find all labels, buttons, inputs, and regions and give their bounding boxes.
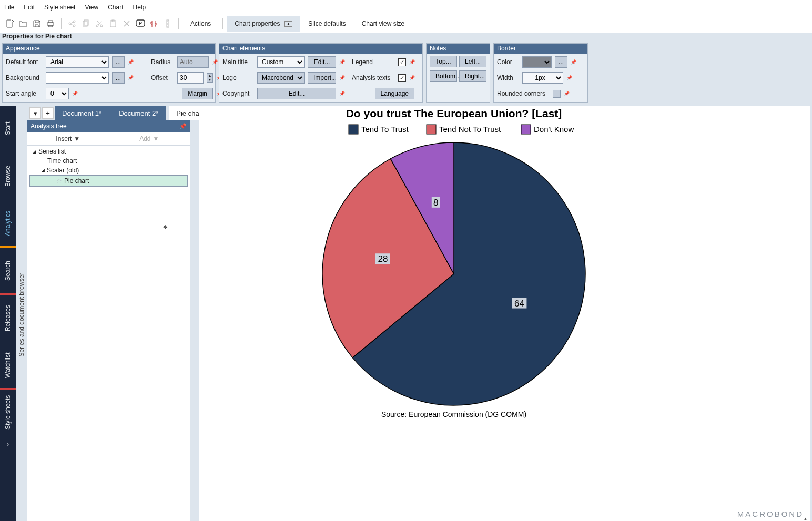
start-angle-select[interactable]: 0: [46, 88, 69, 99]
sidebar-item-search[interactable]: Search: [0, 248, 16, 295]
cut-icon[interactable]: [93, 17, 106, 30]
notes-right-button[interactable]: Right...: [459, 70, 486, 82]
pin-icon[interactable]: 📌: [409, 75, 414, 80]
sidebar-item-stylesheets[interactable]: Style sheets: [0, 390, 16, 437]
border-color-select[interactable]: [522, 56, 552, 68]
tab-add-icon[interactable]: +: [42, 107, 54, 119]
pin-icon[interactable]: 📌: [212, 59, 217, 65]
pin-icon[interactable]: 📌: [339, 59, 344, 65]
menu-edit[interactable]: Edit: [24, 4, 35, 11]
tab-dropdown-icon[interactable]: ▾: [29, 107, 41, 119]
sidebar-item-watchlist[interactable]: Watchlist: [0, 342, 16, 390]
pin-icon[interactable]: 📌: [566, 75, 572, 80]
document-browser-strip[interactable]: Series and document browser: [16, 106, 27, 521]
ruler-icon[interactable]: [161, 17, 174, 30]
pin-icon[interactable]: 📌: [564, 91, 569, 96]
presentation-icon[interactable]: P: [134, 17, 147, 30]
collapse-icon[interactable]: ◢: [41, 168, 45, 173]
copy-icon[interactable]: [79, 17, 92, 30]
slice-defaults-button[interactable]: Slice defaults: [301, 16, 353, 32]
pie-chart-svg: Do you trust The European Union? [Last]T…: [199, 106, 709, 421]
brand-logo: MACROBOND: [737, 509, 804, 518]
language-button[interactable]: Language: [375, 88, 414, 99]
notes-top-button[interactable]: Top...: [430, 56, 457, 67]
pin-icon[interactable]: 📌: [72, 91, 77, 96]
default-font-select[interactable]: Arial: [46, 56, 109, 68]
logo-import-button[interactable]: Import...: [308, 72, 336, 84]
svg-text:Don't Know: Don't Know: [534, 125, 574, 134]
menu-view[interactable]: View: [85, 4, 98, 11]
new-document-icon[interactable]: [3, 17, 16, 30]
offset-stepper[interactable]: ▲▼: [207, 73, 213, 83]
pin-icon[interactable]: 📌: [571, 59, 576, 65]
logo-select[interactable]: Macrobond: [257, 72, 304, 84]
pin-icon[interactable]: 📌: [179, 123, 187, 130]
border-width-select[interactable]: — 1px: [522, 72, 563, 84]
copyright-edit-button[interactable]: Edit...: [257, 88, 336, 99]
background-more-button[interactable]: ...: [112, 72, 125, 84]
actions-button[interactable]: Actions: [183, 16, 218, 32]
separator: [61, 18, 62, 29]
chevron-down-icon: ▼: [74, 135, 80, 142]
svg-text:Tend Not To Trust: Tend Not To Trust: [439, 125, 501, 134]
candlestick-icon[interactable]: [148, 17, 160, 30]
margin-button[interactable]: Margin: [182, 88, 213, 99]
tree-node-pie-chart[interactable]: ☆Pie chart: [29, 175, 188, 187]
main-title-select[interactable]: Custom: [257, 56, 304, 68]
rounded-checkbox[interactable]: [553, 90, 561, 98]
analysis-tree[interactable]: ◢Series list Time chart ◢Scalar (old) ☆P…: [27, 146, 190, 521]
sidebar-more-icon[interactable]: ›: [0, 437, 16, 452]
separator: [222, 18, 223, 29]
analysis-texts-label: Analysis texts: [352, 74, 395, 81]
tree-node-series-list[interactable]: ◢Series list: [29, 147, 188, 156]
collapse-icon[interactable]: ◢: [33, 149, 36, 154]
center-wrap: ▾ + Document 1*Document 2* Pie chart2*✕ …: [27, 106, 197, 521]
notes-left-button[interactable]: Left...: [459, 56, 486, 67]
svg-rect-17: [521, 125, 531, 134]
pin-icon[interactable]: 📌: [339, 91, 344, 96]
open-icon[interactable]: [17, 17, 29, 30]
group-header: Appearance: [3, 44, 215, 54]
border-color-more-button[interactable]: ...: [555, 56, 567, 68]
chart-properties-button[interactable]: Chart properties▲: [227, 16, 300, 32]
tree-insert-button[interactable]: Insert ▼: [27, 132, 109, 145]
sidebar-item-analytics[interactable]: Analytics: [0, 200, 16, 248]
share-icon[interactable]: [66, 17, 78, 30]
legend-checkbox[interactable]: ✓: [398, 58, 406, 66]
sidebar-item-browse[interactable]: Browse: [0, 153, 16, 200]
chevron-up-icon: ▲: [284, 21, 292, 27]
pin-icon[interactable]: 📌: [339, 75, 344, 80]
main-title-edit-button[interactable]: Edit...: [308, 56, 336, 68]
radius-input: [177, 56, 209, 68]
pin-icon[interactable]: 📌: [128, 59, 133, 65]
tree-menubar: Insert ▼ Add ▼: [27, 132, 190, 146]
background-select[interactable]: [46, 72, 109, 84]
tree-node-scalar[interactable]: ◢Scalar (old): [29, 166, 188, 175]
offset-input[interactable]: [177, 72, 204, 84]
tree-node-time-chart[interactable]: Time chart: [29, 156, 188, 166]
menu-stylesheet[interactable]: Style sheet: [44, 4, 75, 11]
menu-file[interactable]: File: [4, 4, 14, 11]
chevron-down-icon: ▼: [153, 135, 159, 142]
menu-help[interactable]: Help: [133, 4, 146, 11]
print-icon[interactable]: [44, 17, 57, 30]
pin-icon[interactable]: 📌: [128, 75, 133, 80]
paste-icon[interactable]: [107, 17, 119, 30]
delete-icon[interactable]: [120, 17, 133, 30]
chart-canvas: Do you trust The European Union? [Last]T…: [199, 106, 810, 521]
chart-view-size-button[interactable]: Chart view size: [354, 16, 412, 32]
star-icon: ☆: [56, 177, 62, 185]
save-icon[interactable]: [31, 17, 43, 30]
start-angle-label: Start angle: [6, 90, 43, 97]
notes-bottom-button[interactable]: Bottom...: [430, 70, 457, 82]
sidebar-item-start[interactable]: Start: [0, 106, 16, 153]
svg-text:Tend To Trust: Tend To Trust: [361, 125, 409, 134]
logo-label: Logo: [222, 74, 254, 81]
pin-icon[interactable]: 📌: [409, 59, 414, 65]
sidebar-item-releases[interactable]: Releases: [0, 295, 16, 342]
tab-document1[interactable]: Document 1*Document 2*: [55, 106, 166, 120]
menu-chart[interactable]: Chart: [108, 4, 123, 11]
font-more-button[interactable]: ...: [112, 56, 125, 68]
analysis-texts-checkbox[interactable]: ✓: [398, 74, 406, 82]
svg-text:P: P: [139, 21, 142, 26]
